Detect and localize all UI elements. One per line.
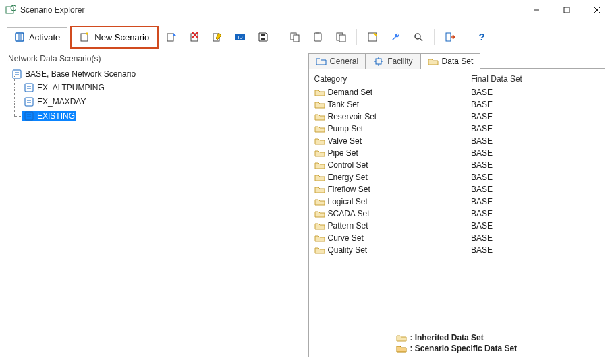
- edit-button[interactable]: [207, 27, 227, 47]
- dataset-final-value: BASE: [471, 112, 599, 121]
- scenario-icon: [24, 82, 34, 93]
- import-button[interactable]: [161, 27, 182, 47]
- svg-rect-41: [25, 112, 33, 120]
- paste-icon: [312, 32, 323, 42]
- exit-button[interactable]: [440, 27, 460, 47]
- svg-rect-35: [25, 84, 33, 92]
- svg-rect-44: [376, 59, 381, 64]
- inherited-folder-icon: [314, 123, 325, 134]
- folder-icon: [316, 56, 327, 67]
- duplicate-icon: [335, 32, 346, 42]
- dataset-row[interactable]: Energy SetBASE: [314, 171, 600, 183]
- dataset-row[interactable]: Quality SetBASE: [314, 244, 600, 256]
- copy-button[interactable]: [285, 27, 305, 47]
- tree-child-node[interactable]: EX_MAXDAY: [22, 96, 302, 110]
- dataset-final-value: BASE: [471, 160, 599, 170]
- dataset-folder-icon: [428, 56, 439, 67]
- dataset-category-label: Pump Set: [328, 124, 364, 133]
- dataset-final-value: BASE: [471, 100, 599, 109]
- help-button[interactable]: ?: [472, 27, 492, 47]
- dataset-final-value: BASE: [471, 221, 599, 231]
- facility-icon: [373, 56, 384, 67]
- svg-rect-19: [261, 38, 265, 40]
- dataset-row[interactable]: Pump SetBASE: [314, 123, 600, 135]
- dataset-row[interactable]: Valve SetBASE: [314, 135, 600, 147]
- dataset-row[interactable]: Fireflow SetBASE: [314, 183, 600, 195]
- dataset-final-value: BASE: [471, 136, 599, 146]
- inherited-folder-icon: [314, 172, 325, 183]
- dataset-row[interactable]: SCADA SetBASE: [314, 208, 600, 220]
- tab-facility[interactable]: Facility: [366, 53, 420, 69]
- new-scenario-icon: [80, 32, 90, 42]
- svg-rect-38: [25, 98, 33, 106]
- dataset-category-label: Pattern Set: [328, 221, 368, 231]
- tab-data-set-label: Data Set: [442, 57, 474, 66]
- minimize-button[interactable]: [521, 0, 551, 20]
- svg-rect-22: [294, 35, 299, 42]
- id-icon: ID: [235, 32, 246, 42]
- dataset-row[interactable]: Demand SetBASE: [314, 86, 600, 98]
- scenario-tree-panel: Network Data Scenario(s) BASE, Base Netw…: [7, 53, 304, 357]
- dataset-row[interactable]: Logical SetBASE: [314, 195, 600, 208]
- activate-button[interactable]: Activate: [7, 27, 67, 47]
- dataset-category-label: Tank Set: [328, 100, 360, 109]
- inherited-folder-icon: [314, 111, 325, 122]
- inherited-folder-icon: [314, 220, 325, 231]
- activate-icon: [14, 32, 25, 42]
- svg-rect-3: [564, 7, 569, 13]
- copy-icon: [289, 32, 300, 42]
- tree-child-node[interactable]: EXISTING: [22, 110, 302, 124]
- close-button[interactable]: [582, 0, 612, 20]
- dataset-row[interactable]: Control SetBASE: [314, 159, 600, 171]
- save-button[interactable]: [253, 27, 273, 47]
- dataset-category-label: Quality Set: [328, 245, 368, 255]
- tree-root-node[interactable]: BASE, Base Network Scenario EX_ALTPUMPIN…: [10, 68, 302, 125]
- inherited-folder-icon: [396, 332, 407, 343]
- maximize-button[interactable]: [551, 0, 582, 20]
- legend-specific-label: : Scenario Specific Data Set: [410, 344, 517, 353]
- dataset-category-label: Logical Set: [328, 197, 368, 206]
- scenario-tree[interactable]: BASE, Base Network Scenario EX_ALTPUMPIN…: [7, 65, 304, 357]
- dataset-final-value: BASE: [471, 148, 599, 158]
- notes-button[interactable]: [362, 27, 383, 47]
- specific-folder-icon: [396, 343, 407, 354]
- dataset-row[interactable]: Curve SetBASE: [314, 232, 600, 244]
- svg-rect-24: [316, 32, 319, 34]
- inherited-folder-icon: [314, 233, 325, 243]
- wrench-icon: [390, 32, 401, 42]
- dataset-category-label: Pipe Set: [328, 148, 358, 158]
- dataset-row[interactable]: Pattern SetBASE: [314, 220, 600, 232]
- inherited-folder-icon: [314, 87, 325, 98]
- tree-child-node[interactable]: EX_ALTPUMPING: [22, 82, 302, 96]
- scenario-icon: [11, 69, 22, 80]
- new-scenario-button[interactable]: New Scenario: [70, 26, 159, 49]
- svg-rect-26: [339, 35, 345, 42]
- id-button[interactable]: ID: [230, 27, 250, 47]
- paste-button[interactable]: [308, 27, 328, 47]
- tree-node-label: EX_ALTPUMPING: [37, 83, 105, 92]
- help-icon: ?: [476, 32, 487, 42]
- tools-button[interactable]: [385, 27, 406, 47]
- tab-facility-label: Facility: [387, 57, 412, 66]
- inherited-folder-icon: [314, 208, 325, 219]
- dataset-row[interactable]: Reservoir SetBASE: [314, 111, 600, 123]
- tab-data-set[interactable]: Data Set: [420, 53, 481, 69]
- detail-panel: General Facility Data Set Category Final…: [308, 53, 606, 357]
- svg-text:?: ?: [479, 32, 485, 42]
- delete-icon: [189, 32, 200, 42]
- dataset-row[interactable]: Tank SetBASE: [314, 98, 600, 111]
- inherited-folder-icon: [314, 99, 325, 110]
- svg-text:ID: ID: [238, 35, 243, 40]
- delete-button[interactable]: [184, 27, 204, 47]
- find-button[interactable]: [408, 27, 428, 47]
- data-set-panel: Category Final Data Set Demand SetBASETa…: [308, 68, 606, 357]
- svg-line-29: [420, 38, 422, 41]
- dataset-list: Demand SetBASETank SetBASEReservoir SetB…: [314, 86, 600, 330]
- tab-general-label: General: [330, 57, 359, 66]
- duplicate-button[interactable]: [331, 27, 351, 47]
- dataset-row[interactable]: Pipe SetBASE: [314, 147, 600, 159]
- tab-general[interactable]: General: [308, 53, 366, 69]
- toolbar-separator-4: [466, 29, 466, 45]
- tree-node-label: EXISTING: [37, 111, 75, 121]
- inherited-folder-icon: [314, 148, 325, 158]
